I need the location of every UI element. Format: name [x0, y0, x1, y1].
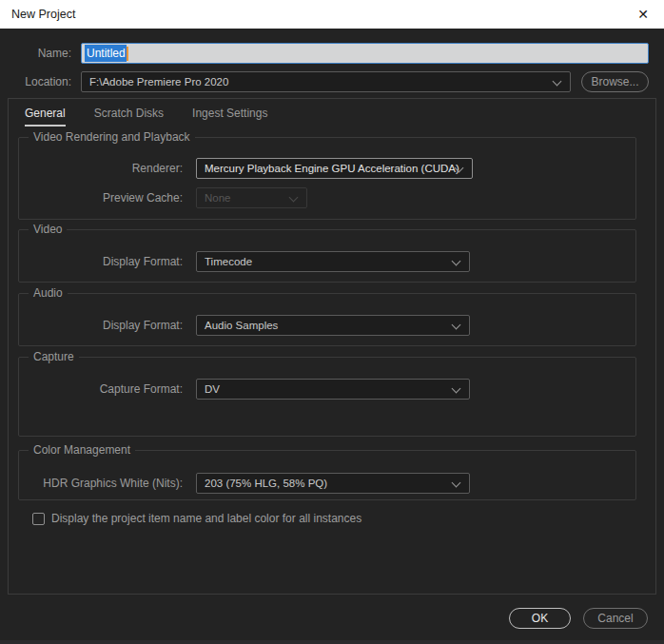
chevron-down-icon [452, 257, 461, 266]
chevron-down-icon [553, 77, 562, 87]
location-dropdown[interactable]: F:\Adobe Premiere Pro 2020 [81, 71, 571, 92]
window-bottom-edge [0, 640, 664, 644]
titlebar: New Project ✕ [0, 0, 664, 29]
renderer-label: Renderer: [19, 162, 183, 175]
group-video-legend: Video [29, 223, 67, 236]
new-project-dialog: New Project ✕ Name: Untitled Location: F… [0, 0, 664, 644]
settings-panel: General Scratch Disks Ingest Settings Vi… [8, 98, 656, 595]
renderer-value: Mercury Playback Engine GPU Acceleration… [205, 163, 459, 174]
window-title: New Project [11, 8, 75, 21]
group-color-management-legend: Color Management [29, 443, 135, 457]
chevron-down-icon [289, 193, 299, 203]
tab-bar: General Scratch Disks Ingest Settings [25, 107, 267, 127]
capture-format-label: Capture Format: [19, 382, 183, 396]
group-capture: Capture Capture Format: DV [18, 357, 636, 437]
audio-display-format-dropdown[interactable]: Audio Samples [196, 315, 470, 336]
ok-button[interactable]: OK [509, 608, 571, 629]
location-label: Location: [0, 75, 71, 88]
renderer-dropdown[interactable]: Mercury Playback Engine GPU Acceleration… [196, 158, 473, 179]
video-display-format-value: Timecode [205, 256, 252, 267]
audio-display-format-value: Audio Samples [205, 320, 278, 331]
name-input-selected-text: Untitled [85, 45, 127, 62]
group-audio-legend: Audio [29, 286, 68, 300]
close-icon[interactable]: ✕ [634, 6, 653, 23]
name-input[interactable]: Untitled [81, 43, 649, 64]
tab-general[interactable]: General [25, 107, 66, 127]
capture-format-dropdown[interactable]: DV [196, 379, 470, 400]
cancel-button[interactable]: Cancel [583, 608, 648, 629]
video-display-format-label: Display Format: [19, 255, 183, 268]
display-item-name-checkbox[interactable] [32, 513, 45, 525]
audio-display-format-label: Display Format: [19, 319, 183, 332]
chevron-down-icon [452, 321, 461, 330]
tab-ingest-settings[interactable]: Ingest Settings [192, 107, 267, 127]
browse-button[interactable]: Browse... [581, 71, 649, 92]
capture-format-value: DV [205, 383, 220, 395]
display-item-name-checkbox-label: Display the project item name and label … [51, 512, 361, 525]
text-caret [127, 47, 128, 61]
location-value: F:\Adobe Premiere Pro 2020 [89, 76, 228, 88]
preview-cache-label: Preview Cache: [19, 191, 183, 205]
group-audio: Audio Display Format: Audio Samples [18, 293, 636, 346]
group-video-rendering: Video Rendering and Playback Renderer: M… [18, 137, 636, 220]
chevron-down-icon [452, 384, 461, 394]
tab-scratch-disks[interactable]: Scratch Disks [94, 107, 164, 127]
group-video: Video Display Format: Timecode [18, 229, 636, 283]
video-display-format-dropdown[interactable]: Timecode [196, 251, 470, 272]
hdr-white-dropdown[interactable]: 203 (75% HLG, 58% PQ) [196, 473, 470, 494]
group-color-management: Color Management HDR Graphics White (Nit… [18, 450, 636, 500]
display-item-name-checkbox-row: Display the project item name and label … [32, 512, 361, 525]
chevron-down-icon [452, 478, 461, 488]
preview-cache-value: None [205, 192, 231, 204]
group-video-rendering-legend: Video Rendering and Playback [29, 130, 195, 144]
hdr-white-label: HDR Graphics White (Nits): [19, 477, 183, 490]
name-label: Name: [0, 47, 71, 60]
group-capture-legend: Capture [29, 350, 79, 363]
preview-cache-dropdown: None [196, 187, 307, 208]
hdr-white-value: 203 (75% HLG, 58% PQ) [205, 478, 327, 489]
